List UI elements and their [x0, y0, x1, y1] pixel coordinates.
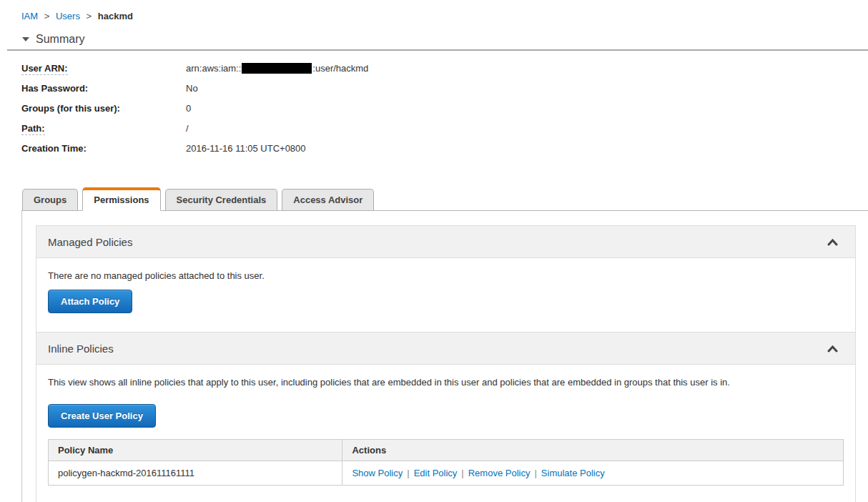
managed-policies-header: Managed Policies	[36, 226, 855, 258]
show-policy-link[interactable]: Show Policy	[352, 468, 403, 478]
action-separator: |	[534, 468, 536, 478]
summary-field-creation-time: Creation Time: 2016-11-16 11:05 UTC+0800	[21, 138, 868, 158]
tab-security-credentials[interactable]: Security Credentials	[165, 189, 278, 211]
managed-policies-body: There are no managed policies attached t…	[36, 258, 855, 332]
groups-label: Groups (for this user):	[21, 103, 186, 114]
collapse-chevron-icon[interactable]	[824, 238, 841, 246]
inline-policies-description: This view shows all inline policies that…	[48, 377, 844, 388]
managed-policies-section: Managed Policies There are no managed po…	[36, 226, 855, 332]
summary-heading: Summary	[22, 33, 868, 46]
action-separator: |	[407, 468, 409, 478]
permissions-tab-panel: Managed Policies There are no managed po…	[21, 210, 868, 502]
tab-bar: Groups Permissions Security Credentials …	[22, 187, 868, 211]
tab-groups[interactable]: Groups	[22, 189, 78, 211]
tab-access-advisor[interactable]: Access Advisor	[282, 189, 374, 211]
summary-title: Summary	[36, 33, 84, 46]
inline-policies-header: Inline Policies	[36, 333, 855, 365]
attach-policy-button[interactable]: Attach Policy	[48, 290, 132, 313]
summary-field-user-arn: User ARN: arn:aws:iam:::user/hackmd	[21, 58, 868, 78]
edit-policy-link[interactable]: Edit Policy	[414, 468, 458, 478]
inline-policies-body: This view shows all inline policies that…	[36, 365, 855, 502]
policy-sections: Managed Policies There are no managed po…	[36, 225, 856, 502]
breadcrumb-current-user: hackmd	[98, 11, 133, 21]
path-label: Path:	[21, 123, 45, 135]
create-user-policy-button[interactable]: Create User Policy	[48, 404, 156, 428]
creation-time-label: Creation Time:	[21, 143, 186, 154]
remove-policy-link[interactable]: Remove Policy	[468, 468, 531, 478]
policy-table-row: policygen-hackmd-201611161111 Show Polic…	[49, 461, 844, 486]
table-header-row: Policy Name Actions	[49, 440, 844, 461]
policy-actions-cell: Show Policy|Edit Policy|Remove Policy|Si…	[342, 461, 844, 486]
summary-fields: User ARN: arn:aws:iam:::user/hackmd Has …	[21, 58, 868, 158]
breadcrumb-link-iam[interactable]: IAM	[21, 11, 38, 21]
groups-value: 0	[186, 103, 191, 114]
simulate-policy-link[interactable]: Simulate Policy	[541, 468, 605, 478]
summary-field-path: Path: /	[21, 118, 868, 138]
inline-policies-title: Inline Policies	[48, 343, 114, 355]
breadcrumb: IAM > Users > hackmd	[0, 0, 868, 24]
actions-column-header: Actions	[342, 440, 844, 461]
redacted-account-id	[242, 63, 312, 74]
breadcrumb-separator: >	[87, 11, 92, 21]
has-password-label: Has Password:	[21, 83, 186, 94]
path-value: /	[186, 123, 189, 134]
has-password-value: No	[186, 83, 198, 94]
action-separator: |	[461, 468, 463, 478]
user-arn-label: User ARN:	[21, 63, 68, 75]
managed-policies-title: Managed Policies	[48, 236, 132, 248]
tab-permissions[interactable]: Permissions	[82, 187, 160, 211]
summary-divider	[7, 49, 868, 51]
inline-policies-table: Policy Name Actions policygen-hackmd-201…	[48, 439, 844, 486]
creation-time-value: 2016-11-16 11:05 UTC+0800	[186, 143, 306, 154]
managed-policies-empty-text: There are no managed policies attached t…	[48, 270, 844, 281]
collapse-caret-icon[interactable]	[22, 37, 29, 41]
summary-field-has-password: Has Password: No	[21, 78, 868, 98]
policy-name-cell: policygen-hackmd-201611161111	[49, 461, 342, 486]
policy-name-column-header: Policy Name	[49, 440, 342, 461]
collapse-chevron-icon[interactable]	[824, 345, 841, 353]
inline-policies-section: Inline Policies This view shows all inli…	[36, 332, 855, 502]
breadcrumb-separator: >	[44, 11, 50, 21]
user-arn-value: arn:aws:iam:::user/hackmd	[186, 63, 368, 74]
breadcrumb-link-users[interactable]: Users	[56, 11, 80, 21]
summary-field-groups: Groups (for this user): 0	[21, 98, 868, 118]
